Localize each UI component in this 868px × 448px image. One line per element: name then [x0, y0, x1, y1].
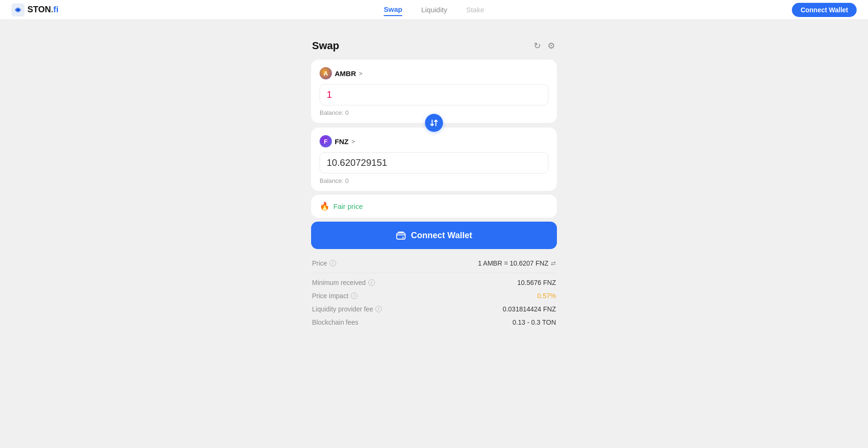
- swap-title-icons: ↻ ⚙: [533, 41, 556, 51]
- liquidity-fee-row: Liquidity provider fee i 0.031814424 FNZ: [312, 302, 556, 316]
- to-token-avatar: F: [320, 135, 332, 147]
- from-token-chevron: >: [359, 70, 363, 77]
- price-row: Price i 1 AMBR = 10.6207 FNZ ⇄: [312, 257, 556, 270]
- main-content: Swap ↻ ⚙ A AMBR > Balance: 0: [0, 0, 868, 448]
- liquidity-fee-value: 0.031814424 FNZ: [503, 305, 556, 313]
- to-token-selector[interactable]: F FNZ >: [320, 135, 355, 147]
- connect-wallet-label: Connect Wallet: [411, 231, 472, 241]
- nav-item-swap[interactable]: Swap: [384, 3, 402, 16]
- minimum-received-row: Minimum received i 10.5676 FNZ: [312, 276, 556, 289]
- to-token-name: FNZ: [335, 138, 348, 146]
- price-value: 1 AMBR = 10.6207 FNZ ⇄: [478, 259, 556, 267]
- from-token-avatar: A: [320, 67, 332, 79]
- header: STON.fi Swap Liquidity Stake Connect Wal…: [0, 0, 868, 20]
- wallet-icon: [396, 230, 406, 241]
- swap-container: Swap ↻ ⚙ A AMBR > Balance: 0: [311, 28, 557, 340]
- fair-price-text: Fair price: [333, 202, 363, 210]
- price-label: Price i: [312, 259, 336, 267]
- fair-price-icon: 🔥: [320, 201, 330, 211]
- fair-price-card: 🔥 Fair price: [311, 195, 557, 218]
- from-amount-input[interactable]: [320, 84, 548, 105]
- logo-text: STON.fi: [27, 5, 59, 15]
- price-impact-label-text: Price impact: [312, 292, 348, 300]
- main-nav: Swap Liquidity Stake: [384, 3, 485, 16]
- svg-point-2: [402, 237, 404, 238]
- refresh-button[interactable]: ↻: [533, 41, 542, 51]
- nav-item-stake: Stake: [466, 4, 484, 16]
- price-impact-row: Price impact i 0.57%: [312, 289, 556, 302]
- liquidity-fee-label-text: Liquidity provider fee: [312, 305, 373, 313]
- blockchain-fees-label: Blockchain fees: [312, 319, 358, 326]
- connect-wallet-main-button[interactable]: Connect Wallet: [311, 222, 557, 249]
- from-token-card: A AMBR > Balance: 0: [311, 60, 557, 123]
- price-impact-label: Price impact i: [312, 292, 357, 300]
- settings-button[interactable]: ⚙: [547, 41, 556, 51]
- price-swap-icon[interactable]: ⇄: [551, 260, 556, 267]
- logo: STON.fi: [11, 3, 59, 17]
- price-value-text: 1 AMBR = 10.6207 FNZ: [478, 259, 548, 267]
- swap-title: Swap: [312, 40, 339, 52]
- price-label-text: Price: [312, 259, 327, 267]
- from-token-name: AMBR: [335, 69, 356, 78]
- logo-icon: [11, 3, 25, 17]
- swap-direction-button[interactable]: [425, 114, 443, 132]
- price-impact-info-icon[interactable]: i: [351, 293, 357, 299]
- to-token-chevron: >: [351, 138, 355, 145]
- price-info-icon[interactable]: i: [330, 260, 336, 267]
- nav-item-liquidity[interactable]: Liquidity: [421, 4, 447, 16]
- price-impact-value: 0.57%: [537, 292, 556, 300]
- swap-arrows-icon: [430, 119, 438, 127]
- minimum-received-label: Minimum received i: [312, 279, 375, 286]
- svg-rect-1: [397, 233, 405, 239]
- connect-wallet-header-button[interactable]: Connect Wallet: [792, 3, 857, 17]
- liquidity-fee-label: Liquidity provider fee i: [312, 305, 382, 313]
- from-token-selector[interactable]: A AMBR >: [320, 67, 363, 79]
- blockchain-fees-row: Blockchain fees 0.13 - 0.3 TON: [312, 316, 556, 329]
- to-token-card: F FNZ > Balance: 0: [311, 128, 557, 191]
- divider: [312, 273, 556, 273]
- to-amount-input[interactable]: [320, 152, 548, 173]
- blockchain-fees-value: 0.13 - 0.3 TON: [512, 319, 556, 326]
- minimum-received-value: 10.5676 FNZ: [517, 279, 556, 286]
- price-section: Price i 1 AMBR = 10.6207 FNZ ⇄ Minimum r…: [311, 257, 557, 329]
- liquidity-fee-info-icon[interactable]: i: [375, 306, 382, 312]
- minimum-received-label-text: Minimum received: [312, 279, 366, 286]
- to-balance: Balance: 0: [320, 177, 548, 184]
- swap-title-row: Swap ↻ ⚙: [311, 40, 557, 52]
- minimum-received-info-icon[interactable]: i: [368, 279, 375, 286]
- blockchain-fees-label-text: Blockchain fees: [312, 319, 358, 326]
